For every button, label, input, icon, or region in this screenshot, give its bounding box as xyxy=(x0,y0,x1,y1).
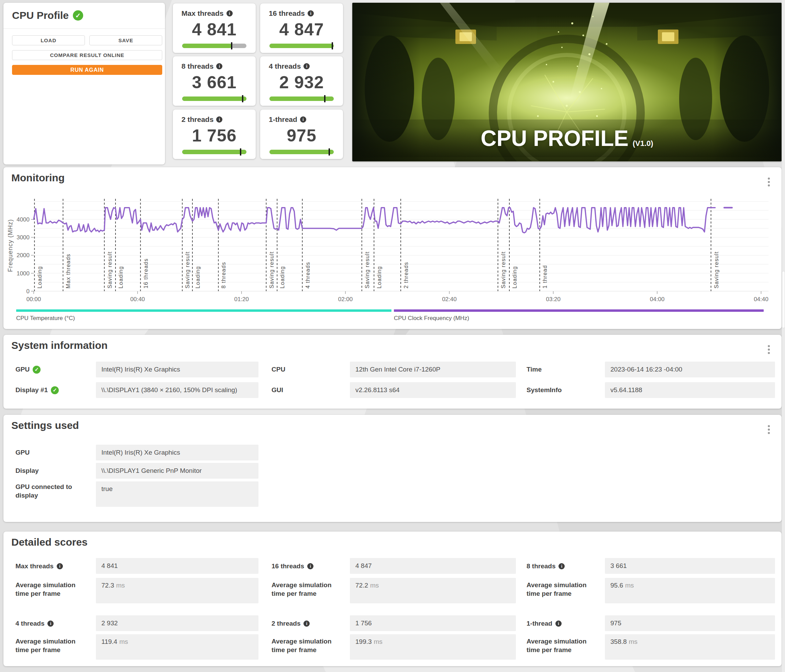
score-progress-bar xyxy=(269,97,334,101)
svg-text:0: 0 xyxy=(27,288,30,295)
score-label-16-threads: 16 threadsi xyxy=(272,562,313,571)
check-icon: ✓ xyxy=(33,366,41,374)
svg-text:Saving result: Saving result xyxy=(185,251,191,288)
field-value-gui: v2.26.8113 s64 xyxy=(350,382,516,398)
avg-label: Average simulation time per frame xyxy=(527,637,588,654)
score-card-8-threads: 8 threadsi 3 661 xyxy=(173,56,256,106)
score-marker xyxy=(242,95,243,102)
info-icon[interactable]: i xyxy=(555,621,561,627)
score-label-max-threads: Max threadsi xyxy=(16,562,63,571)
hero-title: CPU PROFILE xyxy=(480,126,628,151)
cpu-profile-hero-image: CPU PROFILE (V1.0) xyxy=(352,3,782,161)
check-icon: ✓ xyxy=(73,10,83,20)
score-marker xyxy=(324,95,325,102)
score-box: 975 xyxy=(605,615,775,631)
monitoring-card: 01000200030004000Frequency (MHz)00:0000:… xyxy=(3,167,782,329)
svg-text:04:00: 04:00 xyxy=(650,296,665,302)
svg-text:8 threads: 8 threads xyxy=(220,262,227,288)
avg-box: 119.4ms xyxy=(96,634,258,660)
avg-label: Average simulation time per frame xyxy=(16,637,77,654)
score-value: 2 932 xyxy=(260,72,343,92)
score-label: 2 threadsi xyxy=(173,109,256,124)
info-icon[interactable]: i xyxy=(308,10,314,17)
kebab-menu-icon[interactable] xyxy=(766,176,771,188)
info-icon[interactable]: i xyxy=(57,563,63,569)
info-icon[interactable]: i xyxy=(216,63,222,69)
legend-item: CPU Temperature (°C) xyxy=(16,309,391,321)
kebab-menu-icon[interactable] xyxy=(766,344,771,355)
score-label: 1-threadi xyxy=(260,109,343,124)
setting-value-gpu-connected: true xyxy=(96,482,258,507)
svg-text:03:20: 03:20 xyxy=(546,296,561,302)
info-icon[interactable]: i xyxy=(303,63,310,69)
avg-label: Average simulation time per frame xyxy=(272,637,333,654)
svg-text:CPU Clock Frequency (MHz): CPU Clock Frequency (MHz) xyxy=(394,315,469,321)
field-value-gpu: Intel(R) Iris(R) Xe Graphics xyxy=(96,362,258,377)
score-box: 4 847 xyxy=(350,558,516,574)
score-card-max-threads: Max threadsi 4 841 xyxy=(173,3,256,53)
info-icon[interactable]: i xyxy=(303,621,310,627)
monitoring-chart: 01000200030004000Frequency (MHz)00:0000:… xyxy=(3,167,782,329)
svg-text:02:00: 02:00 xyxy=(338,296,353,302)
legend-item: CPU Clock Frequency (MHz) xyxy=(394,309,764,321)
score-box: 3 661 xyxy=(605,558,775,574)
system-information-title: System information xyxy=(11,340,108,351)
field-label-display-1: Display #1✓ xyxy=(16,386,59,394)
cpu-profile-panel: CPU Profile ✓ LOAD SAVE COMPARE RESULT O… xyxy=(3,3,165,164)
save-button[interactable]: SAVE xyxy=(89,35,162,45)
score-label-8-threads: 8 threadsi xyxy=(527,562,565,571)
info-icon[interactable]: i xyxy=(558,563,565,569)
score-label-2-threads: 2 threadsi xyxy=(272,619,310,628)
setting-label-display: Display xyxy=(16,466,39,475)
svg-text:Saving result: Saving result xyxy=(364,251,370,288)
settings-used-card: Settings used GPU Intel(R) Iris(R) Xe Gr… xyxy=(3,415,782,522)
field-label-time: Time xyxy=(527,365,542,374)
score-marker xyxy=(328,148,330,156)
svg-text:2000: 2000 xyxy=(17,252,30,259)
svg-text:4000: 4000 xyxy=(17,216,30,223)
svg-text:Loading: Loading xyxy=(195,266,201,288)
svg-text:3000: 3000 xyxy=(17,234,30,241)
svg-text:Loading: Loading xyxy=(280,266,285,288)
score-progress-bar xyxy=(182,150,246,154)
field-label-cpu: CPU xyxy=(272,365,285,374)
score-label: 4 threadsi xyxy=(260,56,343,70)
svg-text:00:40: 00:40 xyxy=(130,296,145,302)
svg-text:Frequency (MHz): Frequency (MHz) xyxy=(7,219,14,272)
avg-box: 72.2ms xyxy=(350,578,516,603)
info-icon[interactable]: i xyxy=(47,621,54,627)
field-value-cpu: 12th Gen Intel Core i7-1260P xyxy=(350,362,516,377)
info-icon[interactable]: i xyxy=(307,563,313,569)
divider xyxy=(3,28,165,29)
scrollbar-thumb[interactable] xyxy=(782,271,785,328)
score-value: 1 756 xyxy=(173,126,256,146)
panel-buttons: LOAD SAVE COMPARE RESULT ONLINE RUN AGAI… xyxy=(12,35,162,80)
svg-text:1 thread: 1 thread xyxy=(542,265,548,288)
info-icon[interactable]: i xyxy=(300,116,306,123)
avg-label: Average simulation time per frame xyxy=(16,581,77,598)
score-label: 8 threadsi xyxy=(173,56,256,70)
info-icon[interactable]: i xyxy=(227,10,233,17)
svg-text:Loading: Loading xyxy=(512,266,518,288)
settings-used-title: Settings used xyxy=(11,419,79,431)
field-value-time: 2023-06-14 16:23 -04:00 xyxy=(605,362,775,377)
svg-text:Max threads: Max threads xyxy=(65,254,71,288)
avg-label: Average simulation time per frame xyxy=(272,581,333,598)
check-icon: ✓ xyxy=(51,386,59,394)
setting-value-gpu: Intel(R) Iris(R) Xe Graphics xyxy=(96,445,258,460)
score-label-1-thread: 1-threadi xyxy=(527,619,561,628)
hero-title-block: CPU PROFILE (V1.0) xyxy=(352,126,782,151)
avg-box: 95.6ms xyxy=(605,578,775,603)
score-card-16-threads: 16 threadsi 4 847 xyxy=(260,3,343,53)
field-value-systeminfo: v5.64.1188 xyxy=(605,382,775,398)
load-button[interactable]: LOAD xyxy=(12,35,85,45)
setting-value-display: \\.\DISPLAY1 Generic PnP Monitor xyxy=(96,463,258,479)
avg-box: 72.3ms xyxy=(96,578,258,603)
info-icon[interactable]: i xyxy=(216,116,222,123)
svg-text:02:40: 02:40 xyxy=(442,296,457,302)
compare-result-online-button[interactable]: COMPARE RESULT ONLINE xyxy=(12,50,162,60)
kebab-menu-icon[interactable] xyxy=(766,424,771,435)
detailed-scores-card: Detailed scores Max threadsi 4 841 Avera… xyxy=(3,532,782,666)
run-again-button[interactable]: RUN AGAIN xyxy=(12,65,162,75)
monitoring-title: Monitoring xyxy=(11,172,65,184)
